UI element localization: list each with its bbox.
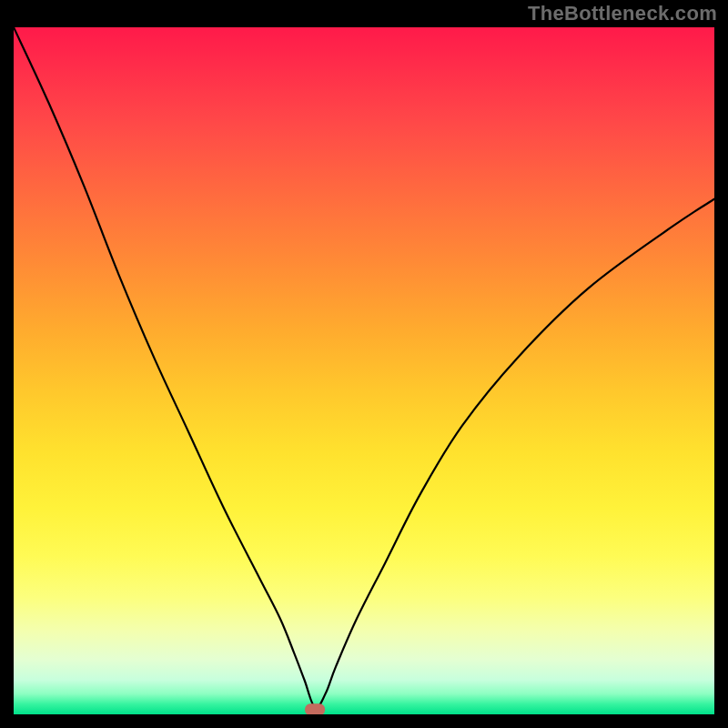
watermark-text: TheBottleneck.com xyxy=(528,2,717,25)
curve-svg xyxy=(14,27,714,714)
bottleneck-curve xyxy=(14,27,714,708)
optimum-marker xyxy=(305,703,325,714)
plot-area xyxy=(14,27,714,714)
chart-container: TheBottleneck.com xyxy=(0,0,728,728)
